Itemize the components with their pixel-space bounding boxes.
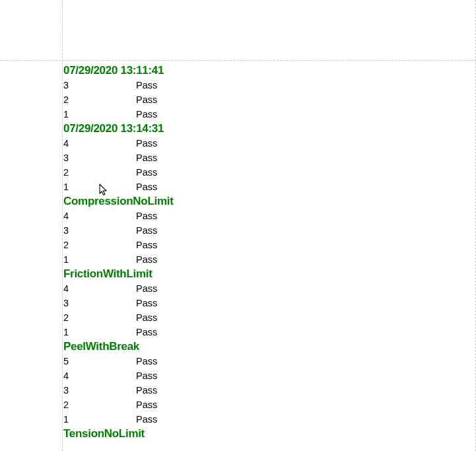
- table-row: 3Pass: [63, 383, 459, 398]
- row-index: 4: [63, 281, 136, 296]
- report-content: 07/29/2020 13:11:413Pass2Pass1Pass07/29/…: [63, 63, 459, 441]
- row-index: 4: [63, 368, 136, 383]
- table-row: 4Pass: [63, 368, 459, 383]
- row-status: Pass: [136, 296, 459, 310]
- row-status: Pass: [136, 223, 459, 238]
- table-row: 1Pass: [63, 107, 459, 121]
- row-status: Pass: [136, 325, 459, 339]
- row-index: 2: [63, 165, 136, 180]
- table-row: 1Pass: [63, 252, 459, 267]
- row-index: 3: [63, 223, 136, 238]
- table-row: 2Pass: [63, 398, 459, 412]
- row-index: 4: [63, 136, 136, 151]
- row-index: 2: [63, 398, 136, 412]
- table-row: 3Pass: [63, 296, 459, 310]
- table-row: 3Pass: [63, 223, 459, 238]
- table-row: 3Pass: [63, 78, 459, 92]
- row-status: Pass: [136, 412, 459, 427]
- row-status: Pass: [136, 310, 459, 325]
- row-index: 1: [63, 252, 136, 267]
- table-row: 2Pass: [63, 92, 459, 107]
- row-index: 5: [63, 354, 136, 368]
- row-status: Pass: [136, 151, 459, 165]
- row-index: 1: [63, 107, 136, 121]
- row-status: Pass: [136, 165, 459, 180]
- table-row: 4Pass: [63, 281, 459, 296]
- row-status: Pass: [136, 252, 459, 267]
- table-row: 2Pass: [63, 238, 459, 252]
- row-status: Pass: [136, 238, 459, 252]
- table-row: 4Pass: [63, 136, 459, 151]
- group-header: 07/29/2020 13:14:31: [63, 121, 459, 136]
- row-status: Pass: [136, 78, 459, 92]
- row-status: Pass: [136, 383, 459, 398]
- row-status: Pass: [136, 368, 459, 383]
- table-row: 3Pass: [63, 151, 459, 165]
- table-row: 4Pass: [63, 209, 459, 223]
- row-status: Pass: [136, 107, 459, 121]
- row-status: Pass: [136, 92, 459, 107]
- group-header: FrictionWithLimit: [63, 267, 459, 281]
- row-index: 3: [63, 383, 136, 398]
- row-index: 2: [63, 310, 136, 325]
- page-margin-guide-left: [62, 0, 63, 451]
- table-row: 1Pass: [63, 325, 459, 339]
- row-index: 1: [63, 180, 136, 194]
- report-canvas: 07/29/2020 13:11:413Pass2Pass1Pass07/29/…: [0, 0, 476, 451]
- row-status: Pass: [136, 209, 459, 223]
- row-index: 1: [63, 412, 136, 427]
- row-index: 2: [63, 92, 136, 107]
- row-index: 2: [63, 238, 136, 252]
- row-status: Pass: [136, 136, 459, 151]
- row-status: Pass: [136, 354, 459, 368]
- group-header: TensionNoLimit: [63, 427, 459, 441]
- row-status: Pass: [136, 180, 459, 194]
- row-status: Pass: [136, 281, 459, 296]
- table-row: 1Pass: [63, 180, 459, 194]
- row-index: 3: [63, 151, 136, 165]
- page-break-guide: [0, 60, 476, 61]
- row-index: 1: [63, 325, 136, 339]
- table-row: 5Pass: [63, 354, 459, 368]
- table-row: 2Pass: [63, 165, 459, 180]
- table-row: 2Pass: [63, 310, 459, 325]
- row-index: 3: [63, 78, 136, 92]
- row-index: 3: [63, 296, 136, 310]
- row-status: Pass: [136, 398, 459, 412]
- table-row: 1Pass: [63, 412, 459, 427]
- group-header: 07/29/2020 13:11:41: [63, 63, 459, 78]
- row-index: 4: [63, 209, 136, 223]
- group-header: CompressionNoLimit: [63, 194, 459, 209]
- group-header: PeelWithBreak: [63, 339, 459, 354]
